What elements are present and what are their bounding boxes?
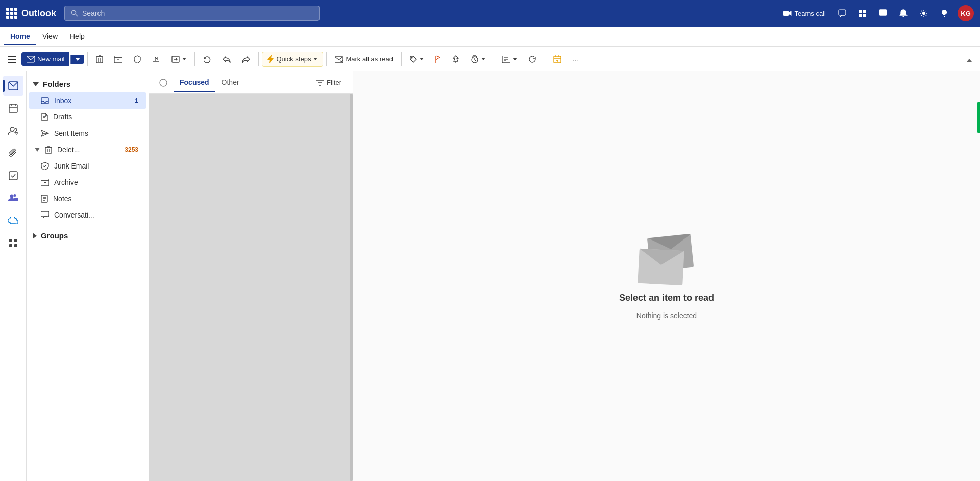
people-nav-icon: [8, 127, 18, 135]
avatar[interactable]: KG: [958, 5, 974, 21]
folders-header[interactable]: Folders: [27, 76, 149, 92]
sidebar-item-drafts[interactable]: Drafts: [29, 109, 146, 125]
snooze-button[interactable]: [465, 52, 491, 66]
svg-rect-42: [45, 147, 52, 153]
sweep-icon: [152, 55, 160, 63]
tag-button[interactable]: [405, 53, 429, 66]
svg-point-50: [160, 79, 167, 86]
more-button[interactable]: ...: [568, 52, 583, 66]
chevron-down-icon: [420, 58, 424, 60]
undo-icon: [203, 56, 211, 63]
help-button[interactable]: [935, 6, 953, 20]
svg-rect-37: [9, 239, 12, 242]
lightning-icon: [267, 55, 274, 63]
new-mail-button[interactable]: New mail: [21, 52, 69, 66]
move-button[interactable]: [166, 53, 191, 66]
nav-onedrive[interactable]: [3, 210, 23, 231]
archive-label: Archive: [54, 178, 78, 186]
nav-people[interactable]: [3, 121, 23, 141]
new-mail-dropdown-button[interactable]: [70, 55, 84, 64]
sidebar-item-archive[interactable]: Archive: [29, 174, 146, 190]
undo-button[interactable]: [198, 53, 216, 66]
forward-button[interactable]: [237, 53, 255, 66]
archive-button[interactable]: [109, 53, 128, 66]
nav-attachments[interactable]: [3, 143, 23, 163]
waffle-icon[interactable]: [6, 8, 17, 19]
settings-button[interactable]: [915, 6, 933, 20]
svg-point-0: [72, 11, 76, 15]
message-tabs: Focused Other Filter: [149, 71, 353, 94]
expand-icon: [35, 148, 40, 152]
toolbar-collapse-button[interactable]: [963, 53, 976, 66]
svg-rect-16: [96, 57, 103, 63]
filter-button[interactable]: Filter: [311, 76, 347, 89]
circle-icon: [159, 79, 167, 87]
nav-tasks[interactable]: [3, 165, 23, 186]
sidebar-item-notes[interactable]: Notes: [29, 190, 146, 207]
chat-button[interactable]: [833, 6, 851, 20]
sweep-button[interactable]: [147, 52, 165, 66]
quick-steps-button[interactable]: Quick steps: [262, 52, 323, 67]
left-nav: [0, 71, 27, 481]
sidebar-item-inbox[interactable]: Inbox 1: [29, 92, 146, 109]
chevron-up-icon: [967, 59, 972, 62]
svg-rect-45: [41, 180, 49, 186]
teams-call-button[interactable]: Teams call: [778, 7, 831, 20]
pin-icon: [452, 55, 459, 63]
nav-teams[interactable]: [3, 188, 23, 208]
teams-call-label: Teams call: [795, 10, 826, 17]
nav-mail[interactable]: [3, 76, 23, 96]
folders-label: Folders: [43, 80, 70, 88]
bell-icon: [899, 9, 908, 17]
sidebar-item-deleted[interactable]: Delet... 3253: [29, 141, 146, 158]
toolbar-group-tags: [405, 52, 491, 66]
groups-header[interactable]: Groups: [27, 227, 149, 244]
paperclip-nav-icon: [9, 148, 17, 158]
sidebar-item-sent[interactable]: Sent Items: [29, 125, 146, 141]
svg-rect-46: [41, 179, 49, 180]
rules-button[interactable]: [497, 53, 522, 66]
reply-button[interactable]: [217, 53, 236, 66]
svg-rect-14: [8, 62, 16, 63]
svg-rect-6: [859, 14, 862, 17]
tab-focused[interactable]: Focused: [174, 73, 215, 92]
delete-button[interactable]: [91, 52, 108, 66]
restore-button[interactable]: [523, 52, 542, 66]
menu-view[interactable]: View: [36, 28, 64, 45]
switch-view-button[interactable]: [853, 6, 872, 20]
svg-rect-39: [9, 244, 12, 247]
hamburger-button[interactable]: [4, 53, 20, 66]
feedback-button[interactable]: [874, 6, 892, 20]
menu-home[interactable]: Home: [4, 28, 36, 45]
flag-icon: [435, 55, 441, 63]
app-logo[interactable]: Outlook: [6, 8, 56, 19]
move-icon: [172, 56, 180, 63]
chevron-right-icon: [33, 233, 37, 239]
nav-calendar[interactable]: [3, 98, 23, 118]
svg-rect-31: [554, 56, 561, 63]
flag-button[interactable]: [430, 52, 446, 66]
list-scrollbar[interactable]: [350, 94, 353, 481]
pin-button[interactable]: [447, 52, 464, 66]
separator-1: [87, 52, 88, 66]
sidebar-item-conversations[interactable]: Conversati...: [29, 207, 146, 223]
select-all-button[interactable]: [155, 77, 172, 89]
menu-help[interactable]: Help: [64, 28, 91, 45]
search-bar[interactable]: Search: [64, 6, 320, 21]
tab-other[interactable]: Other: [215, 73, 246, 92]
conversation-icon: [41, 211, 49, 219]
mark-all-read-label: Mark all as read: [346, 55, 393, 63]
notifications-button[interactable]: [894, 6, 913, 20]
calendar-add-button[interactable]: [548, 52, 567, 66]
toolbar: New mail: [0, 47, 980, 71]
mark-all-read-button[interactable]: Mark all as read: [330, 52, 398, 66]
separator-6: [494, 52, 494, 66]
clock-icon: [471, 55, 479, 63]
tag-icon: [410, 56, 417, 63]
chevron-down-icon: [481, 58, 485, 60]
nav-apps[interactable]: [3, 233, 23, 253]
cloud-nav-icon: [8, 217, 19, 224]
sidebar-item-junk[interactable]: Junk Email: [29, 158, 146, 174]
report-button[interactable]: [129, 52, 146, 66]
notes-label: Notes: [53, 195, 72, 203]
